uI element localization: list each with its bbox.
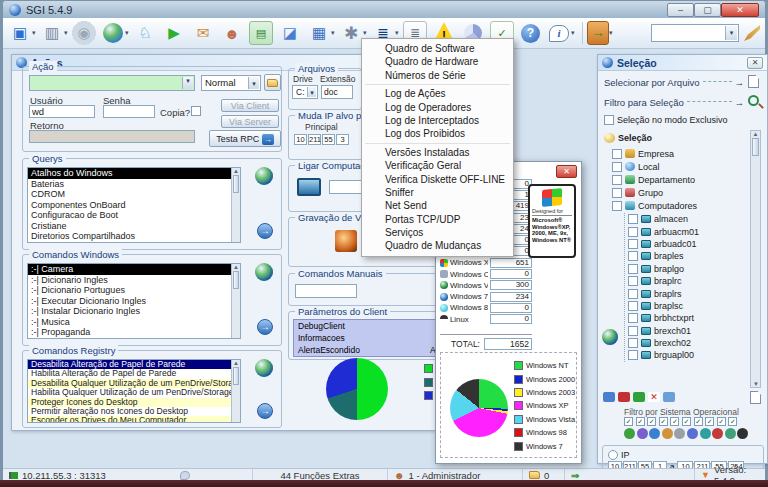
list-item[interactable]: :-| Musica (28, 317, 240, 328)
tree-checkbox[interactable]: ✓ (612, 175, 622, 185)
ligar-input[interactable] (329, 180, 363, 194)
menu-item[interactable]: Log de Interceptados (363, 114, 512, 127)
os-filter-checkbox[interactable]: ✓ (682, 417, 691, 426)
globe-icon[interactable] (255, 359, 273, 377)
ip-octet-field[interactable]: 55 (322, 134, 335, 145)
globe-icon[interactable] (255, 263, 273, 281)
chevron-down-icon[interactable]: ▾ (182, 77, 193, 89)
list-item[interactable]: :-| Dicionario Portugues (28, 285, 240, 296)
computer-checkbox[interactable]: ✓ (628, 239, 638, 249)
list-item[interactable]: :-| Executar Dicionario Ingles (28, 296, 240, 307)
list-item[interactable]: Diretorios Compartilhados (28, 231, 240, 242)
computer-checkbox[interactable]: ✓ (628, 326, 638, 336)
tree-checkbox[interactable]: ✓ (612, 149, 622, 159)
list-item[interactable]: :-| Dicionario Ingles (28, 275, 240, 286)
selecao-close-button[interactable]: ✕ (747, 57, 763, 69)
usuario-input[interactable] (29, 105, 95, 118)
computer-item[interactable]: ✓ arbuacm01 (628, 225, 699, 237)
install-cd-icon[interactable]: ◉ ▾ (72, 21, 100, 45)
tree-checkbox[interactable]: ✓ (612, 188, 622, 198)
os-filter-checkbox[interactable]: ✓ (647, 417, 656, 426)
computer-checkbox[interactable]: ✓ (628, 313, 638, 323)
list-item[interactable]: Proteger Icones do Desktop (28, 398, 240, 407)
execute-registry-button[interactable]: → (257, 403, 273, 419)
chevron-down-icon[interactable]: ▾ (125, 29, 132, 37)
run-icon[interactable]: ▶ ▾ (162, 21, 190, 45)
chevron-down-icon[interactable]: ▾ (571, 29, 578, 37)
execute-command-button[interactable]: → (257, 319, 273, 335)
menu-item[interactable]: Log de Operadores (363, 101, 512, 114)
chevron-down-icon[interactable]: ▾ (395, 29, 402, 37)
computer-item[interactable]: ✓ braplsc (628, 300, 699, 312)
info-icon[interactable]: i ▾ (547, 22, 578, 45)
green-button-icon[interactable] (633, 392, 645, 402)
computer-checkbox[interactable]: ✓ (628, 350, 638, 360)
computer-checkbox[interactable]: ✓ (628, 289, 638, 299)
list-item[interactable]: Desabilita Alteração de Papel de Parede (28, 360, 240, 369)
list-item[interactable]: Componentes OnBoard (28, 200, 240, 211)
scrollbar[interactable]: ▲ (231, 264, 240, 338)
images-icon[interactable]: ◪ ▾ (278, 21, 306, 45)
chevron-down-icon[interactable]: ▾ (725, 26, 737, 40)
list-item[interactable]: Permitir alteração nos Icones do Desktop (28, 407, 240, 416)
edit-pencil-icon[interactable] (744, 25, 760, 41)
popup-close-button[interactable]: ✕ (556, 165, 577, 178)
close-button[interactable]: ✕ (721, 3, 759, 17)
open-folder-button[interactable] (264, 74, 281, 91)
menu-item[interactable]: Números de Série (363, 69, 512, 82)
computer-checkbox[interactable]: ✓ (628, 264, 638, 274)
tree-group-item[interactable]: ✓ Computadores (612, 199, 697, 212)
tree-group-item[interactable]: ✓ Empresa (612, 147, 697, 160)
via-client-button[interactable]: Via Client (221, 99, 279, 112)
computer-checkbox[interactable]: ✓ (628, 214, 638, 224)
table-row[interactable]: DebugClient S (294, 320, 450, 332)
menu-item[interactable]: Quadro de Mudanças (363, 239, 512, 252)
mail-icon[interactable]: ✉ ▾ (191, 21, 219, 45)
computer-item[interactable]: ✓ braples (628, 250, 699, 262)
list-item[interactable]: Configuracao de Boot (28, 210, 240, 221)
list-item[interactable]: Atalhos do Windows (28, 168, 240, 179)
ip-octet-field[interactable]: 211 (308, 134, 321, 145)
maximize-button[interactable]: ▢ (694, 3, 721, 17)
menu-item[interactable]: Serviços (363, 226, 512, 239)
list-item[interactable]: Desabilita Qualquer Utilização de um Pen… (28, 379, 240, 388)
computer-checkbox[interactable]: ✓ (628, 301, 638, 311)
list-item[interactable]: Baterias (28, 179, 240, 190)
computer-checkbox[interactable]: ✓ (628, 276, 638, 286)
os-filter-checkbox[interactable]: ✓ (705, 417, 714, 426)
filter-selection-link[interactable]: Filtro para Seleção→ (604, 97, 744, 108)
exclusive-mode-checkbox[interactable]: ✓ (604, 115, 614, 125)
computer-item[interactable]: ✓ braplrc (628, 275, 699, 287)
acao-combo[interactable]: ▾ (29, 75, 195, 91)
chevron-down-icon[interactable]: ▾ (609, 29, 616, 37)
notes-icon[interactable]: ▤ ▾ (249, 21, 277, 45)
os-filter-checkbox[interactable]: ✓ (624, 417, 633, 426)
menu-item[interactable]: Portas TCP/UDP (363, 213, 512, 226)
menu-item[interactable]: Log dos Proibidos (363, 127, 512, 140)
video-camera-icon[interactable] (335, 230, 357, 252)
ip-octet-field[interactable]: 3 (336, 134, 349, 145)
computer-item[interactable]: ✓ almacen (628, 213, 699, 225)
exit-door-icon[interactable]: → ▾ (587, 21, 616, 45)
os-filter-checkbox[interactable]: ✓ (636, 417, 645, 426)
list-item[interactable]: Habilita Alteração de Papel de Parede (28, 369, 240, 378)
computer-item[interactable]: ✓ braplgo (628, 263, 699, 275)
chevron-down-icon[interactable]: ▾ (307, 87, 316, 97)
ip-octet-field[interactable]: 10 (294, 134, 307, 145)
menu-item[interactable]: Quadro de Hardware (363, 55, 512, 68)
list-item[interactable]: Habilita Qualquer Utilização de um PenDr… (28, 388, 240, 397)
messenger-icon[interactable]: ☻ ▾ (220, 21, 248, 45)
computer-item[interactable]: ✓ brexch01 (628, 325, 699, 337)
list-item[interactable]: :-| Camera (28, 264, 240, 275)
window-icon[interactable] (663, 392, 675, 402)
chevron-down-icon[interactable]: ▾ (331, 29, 338, 37)
list-item[interactable]: Cristiane (28, 221, 240, 232)
computer-checkbox[interactable]: ✓ (628, 338, 638, 348)
quick-search-combo[interactable]: ▾ (651, 24, 739, 42)
mode-combo[interactable]: Normal ▾ (201, 75, 261, 91)
menu-item[interactable]: Versões Instaladas (363, 146, 512, 159)
testa-rpc-button[interactable]: Testa RPC → (209, 130, 281, 147)
menu-item[interactable]: Sniffer (363, 186, 512, 199)
menu-item[interactable]: Net Send (363, 199, 512, 212)
senha-input[interactable] (103, 105, 155, 118)
